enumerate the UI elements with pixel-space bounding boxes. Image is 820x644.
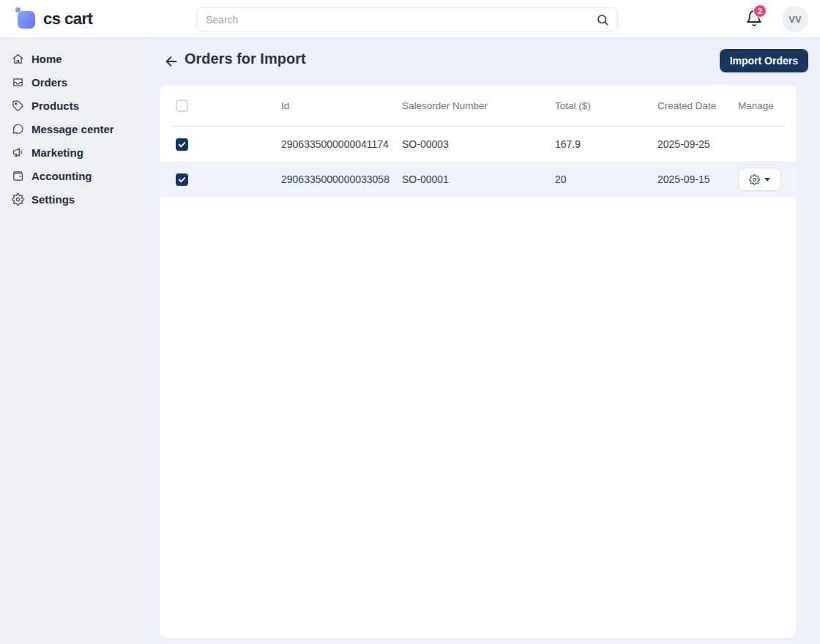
table-row: 2906335000000041174 SO-00003 167.9 2025-… [160, 127, 796, 162]
import-orders-button[interactable]: Import Orders [720, 49, 808, 72]
search-button[interactable] [593, 10, 612, 29]
sidebar-item-label: Home [31, 53, 62, 65]
orders-table-card: Id Salesorder Number Total ($) Created D… [160, 85, 796, 638]
sidebar-item-accounting[interactable]: Accounting [0, 164, 146, 187]
global-search [196, 7, 618, 31]
gear-icon [749, 174, 760, 185]
chevron-down-icon [764, 178, 770, 181]
row-checkbox[interactable] [176, 138, 188, 151]
sidebar-item-message-center[interactable]: Message center [0, 117, 146, 141]
page-title: Orders for Import [184, 50, 306, 67]
sidebar-item-settings[interactable]: Settings [0, 187, 146, 211]
sidebar-item-home[interactable]: Home [0, 47, 146, 70]
products-icon [12, 100, 24, 112]
checkmark-icon [178, 141, 186, 149]
manage-dropdown-button[interactable] [738, 168, 781, 191]
table-row: 2906335000000033058 SO-00001 20 2025-09-… [160, 162, 796, 197]
cell-salesorder-number: SO-00001 [402, 173, 555, 185]
settings-icon [12, 193, 24, 206]
cell-id: 2906335000000033058 [281, 173, 402, 185]
sidebar-item-label: Message center [31, 123, 114, 135]
sidebar-nav: Home Orders Products Message center Mark… [0, 38, 146, 644]
sidebar-item-label: Accounting [31, 170, 92, 182]
cell-created-date: 2025-09-15 [657, 173, 738, 185]
accounting-icon [12, 170, 24, 182]
app-logo[interactable]: cs cart [18, 0, 92, 38]
cell-salesorder-number: SO-00003 [402, 138, 555, 150]
cell-total: 167.9 [555, 138, 657, 150]
marketing-icon [12, 146, 24, 159]
sidebar-item-label: Marketing [31, 146, 83, 159]
row-divider [171, 162, 784, 162]
notification-count-badge: 2 [753, 4, 767, 18]
sidebar-item-marketing[interactable]: Marketing [0, 141, 146, 164]
back-arrow-icon [163, 53, 179, 70]
home-icon [12, 53, 24, 65]
table-header-row: Id Salesorder Number Total ($) Created D… [171, 85, 784, 127]
top-header-bar: cs cart 2 VV [0, 0, 820, 38]
page-header: Orders for Import Import Orders [146, 38, 820, 85]
sidebar-item-label: Products [31, 100, 79, 112]
select-all-checkbox[interactable] [176, 100, 188, 112]
cell-total: 20 [555, 173, 657, 185]
cell-created-date: 2025-09-25 [657, 138, 738, 150]
sidebar-item-label: Orders [31, 76, 67, 89]
sidebar-item-label: Settings [31, 193, 75, 206]
sidebar-item-products[interactable]: Products [0, 94, 146, 117]
cscart-logo-icon [18, 10, 37, 29]
checkmark-icon [178, 176, 186, 184]
row-checkbox[interactable] [176, 173, 188, 186]
logo-text: cs cart [43, 10, 92, 29]
column-header-id: Id [281, 100, 402, 111]
search-icon [596, 13, 609, 26]
back-button[interactable] [163, 53, 180, 70]
column-header-created: Created Date [657, 100, 738, 111]
main-content: Orders for Import Import Orders Id Sales… [146, 38, 820, 644]
column-header-manage: Manage [738, 100, 784, 111]
notifications-button[interactable]: 2 [745, 10, 766, 30]
cell-id: 2906335000000041174 [281, 138, 402, 150]
orders-icon [12, 76, 24, 89]
search-input[interactable] [196, 7, 618, 31]
column-header-salesorder: Salesorder Number [402, 100, 555, 111]
user-avatar[interactable]: VV [782, 6, 808, 32]
sidebar-item-orders[interactable]: Orders [0, 70, 146, 94]
message-center-icon [12, 123, 24, 135]
column-header-total: Total ($) [555, 100, 657, 111]
